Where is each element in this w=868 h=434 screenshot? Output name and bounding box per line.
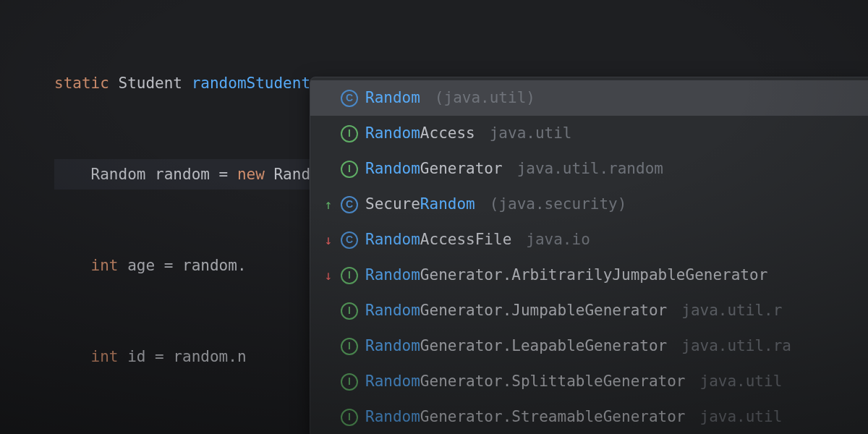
keyword: int xyxy=(91,348,119,365)
keyword: new xyxy=(237,166,265,183)
code-text: id = random.n xyxy=(119,348,247,365)
autocomplete-label: RandomAccessFile xyxy=(365,224,511,256)
code-text: Random random = xyxy=(54,166,237,183)
autocomplete-label: RandomGenerator.StreamableGenerator xyxy=(365,401,686,433)
type: Student xyxy=(119,75,183,92)
autocomplete-item[interactable]: CRandom(java.util) xyxy=(310,80,868,116)
interface-icon: I xyxy=(341,161,358,178)
autocomplete-label: RandomGenerator.LeapableGenerator xyxy=(365,330,667,362)
autocomplete-item[interactable]: ↑CSecureRandom(java.security) xyxy=(310,187,868,222)
autocomplete-label: RandomGenerator.JumpableGenerator xyxy=(365,294,667,327)
interface-icon: I xyxy=(341,302,358,320)
method-name: randomStudent xyxy=(192,75,310,92)
autocomplete-package: java.util.random xyxy=(517,153,663,185)
priority-down-icon: ↓ xyxy=(323,269,333,282)
priority-up-icon: ↑ xyxy=(323,198,333,211)
keyword: static xyxy=(54,75,109,92)
interface-icon: I xyxy=(341,125,358,142)
code-text xyxy=(54,257,91,274)
keyword: int xyxy=(91,257,119,274)
autocomplete-label: Random xyxy=(365,82,420,114)
interface-icon: I xyxy=(341,409,358,426)
interface-icon: I xyxy=(341,373,358,391)
code-text: age = random. xyxy=(119,257,247,274)
autocomplete-label: SecureRandom xyxy=(365,188,475,221)
class-icon: C xyxy=(341,231,358,249)
autocomplete-item[interactable]: IRandomGenerator.StreamableGeneratorjava… xyxy=(310,399,868,434)
autocomplete-package: java.util xyxy=(490,117,572,150)
autocomplete-package: java.util.ra xyxy=(681,330,791,362)
autocomplete-item[interactable]: ↓CRandomAccessFilejava.io xyxy=(310,222,868,258)
autocomplete-label: RandomGenerator.SplittableGenerator xyxy=(365,365,686,398)
autocomplete-item[interactable]: IRandomGeneratorjava.util.random xyxy=(310,151,868,187)
autocomplete-label: RandomGenerator xyxy=(365,153,503,185)
autocomplete-package: java.io xyxy=(526,224,590,256)
priority-down-icon: ↓ xyxy=(323,234,333,247)
autocomplete-item[interactable]: IRandomAccessjava.util xyxy=(310,116,868,151)
autocomplete-package: java.util xyxy=(700,365,783,398)
autocomplete-popup[interactable]: CRandom(java.util)IRandomAccessjava.util… xyxy=(310,77,868,434)
interface-icon: I xyxy=(341,338,358,355)
autocomplete-label: RandomGenerator.ArbitrarilyJumpableGener… xyxy=(365,259,767,292)
autocomplete-package: (java.security) xyxy=(490,188,627,221)
autocomplete-package: (java.util) xyxy=(435,82,535,114)
autocomplete-item[interactable]: IRandomGenerator.LeapableGeneratorjava.u… xyxy=(310,328,868,364)
autocomplete-item[interactable]: IRandomGenerator.SplittableGeneratorjava… xyxy=(310,364,868,399)
autocomplete-package: java.util.r xyxy=(681,294,782,327)
autocomplete-item[interactable]: ↓IRandomGenerator.ArbitrarilyJumpableGen… xyxy=(310,258,868,293)
interface-icon: I xyxy=(341,267,358,284)
autocomplete-label: RandomAccess xyxy=(365,117,475,150)
autocomplete-item[interactable]: IRandomGenerator.JumpableGeneratorjava.u… xyxy=(310,293,868,328)
class-icon: C xyxy=(341,90,358,107)
autocomplete-package: java.util xyxy=(700,401,783,433)
class-icon: C xyxy=(341,196,358,213)
code-text xyxy=(54,348,91,365)
